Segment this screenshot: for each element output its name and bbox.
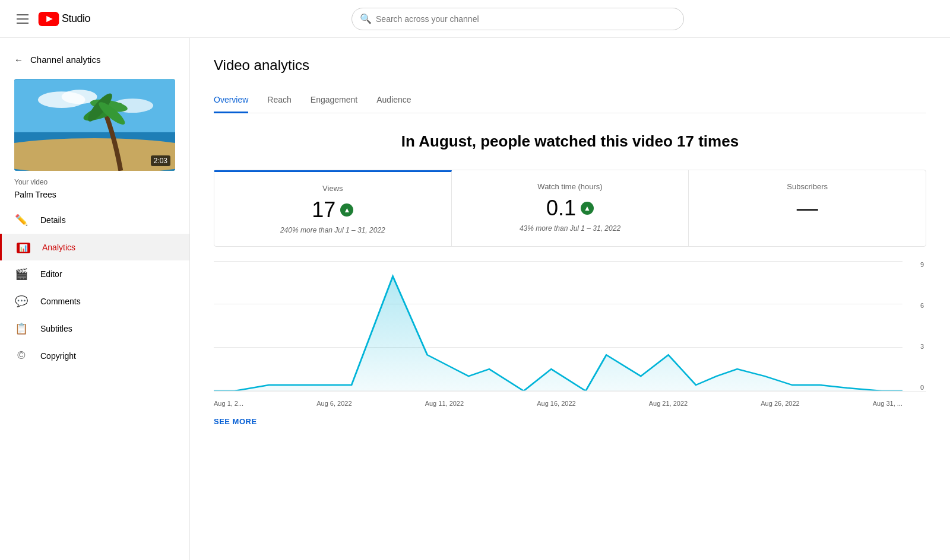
subscribers-value: — xyxy=(797,196,818,221)
video-duration: 2:03 xyxy=(151,155,170,166)
y-label-6: 6 xyxy=(920,302,924,309)
watch-time-up-icon: ▲ xyxy=(581,202,594,215)
x-label-4: Aug 16, 2022 xyxy=(537,400,575,407)
chart-svg xyxy=(214,261,902,391)
tab-overview[interactable]: Overview xyxy=(214,88,248,113)
details-icon: ✏️ xyxy=(14,214,28,227)
see-more-link[interactable]: SEE MORE xyxy=(214,417,257,426)
metric-subscribers[interactable]: Subscribers — xyxy=(689,170,926,246)
search-bar: 🔍 xyxy=(100,8,936,30)
thumb-image: 2:03 xyxy=(14,79,175,171)
body: ← Channel analytics xyxy=(0,38,950,560)
sidebar-back-button[interactable]: ← Channel analytics xyxy=(0,47,189,72)
metrics-row: Views 17 ▲ 240% more than Jul 1 – 31, 20… xyxy=(214,170,926,247)
comments-label: Comments xyxy=(40,297,81,306)
watch-time-sub: 43% more than Jul 1 – 31, 2022 xyxy=(466,224,674,233)
sidebar-item-comments[interactable]: 💬 Comments xyxy=(0,288,189,315)
y-label-0: 0 xyxy=(920,384,924,391)
editor-label: Editor xyxy=(40,269,62,279)
views-value: 17 xyxy=(312,198,335,222)
views-label: Views xyxy=(229,184,437,193)
copyright-icon: © xyxy=(14,349,28,362)
tabs: Overview Reach Engagement Audience xyxy=(214,88,926,113)
metric-views[interactable]: Views 17 ▲ 240% more than Jul 1 – 31, 20… xyxy=(214,170,452,246)
tab-reach[interactable]: Reach xyxy=(267,88,291,113)
headline: In August, people watched this video 17 … xyxy=(214,132,926,151)
gridline-0 xyxy=(214,391,902,392)
page-title: Video analytics xyxy=(214,57,926,74)
y-label-3: 3 xyxy=(920,343,924,350)
svg-marker-12 xyxy=(214,276,902,391)
x-label-3: Aug 11, 2022 xyxy=(425,400,464,407)
views-up-icon: ▲ xyxy=(340,203,353,217)
search-wrapper: 🔍 xyxy=(352,8,684,30)
video-title: Palm Trees xyxy=(0,189,189,206)
tab-engagement[interactable]: Engagement xyxy=(311,88,357,113)
see-more: SEE MORE xyxy=(214,416,926,426)
sidebar-item-details[interactable]: ✏️ Details xyxy=(0,206,189,234)
comments-icon: 💬 xyxy=(14,295,28,308)
y-labels: 9 6 3 0 xyxy=(902,261,926,391)
video-thumbnail[interactable]: 2:03 xyxy=(14,79,175,171)
views-value-row: 17 ▲ xyxy=(229,198,437,222)
sidebar-item-analytics[interactable]: 📊 Analytics xyxy=(0,234,189,260)
subscribers-value-row: — xyxy=(703,196,911,221)
back-arrow-icon: ← xyxy=(14,55,23,65)
y-label-9: 9 xyxy=(920,261,924,268)
analytics-label: Analytics xyxy=(42,243,75,252)
search-icon: 🔍 xyxy=(360,13,372,24)
x-label-2: Aug 6, 2022 xyxy=(316,400,352,407)
tab-audience[interactable]: Audience xyxy=(376,88,411,113)
svg-point-4 xyxy=(14,138,175,171)
copyright-label: Copyright xyxy=(40,351,76,361)
youtube-icon xyxy=(38,12,59,26)
watch-time-label: Watch time (hours) xyxy=(466,182,674,191)
x-labels: Aug 1, 2... Aug 6, 2022 Aug 11, 2022 Aug… xyxy=(214,396,926,407)
chart-area: 9 6 3 0 xyxy=(214,261,926,392)
studio-label: Studio xyxy=(62,12,90,25)
details-label: Details xyxy=(40,215,66,225)
video-label: Your video xyxy=(0,176,189,189)
search-input[interactable] xyxy=(352,8,684,30)
x-label-1: Aug 1, 2... xyxy=(214,400,243,407)
analytics-icon: 📊 xyxy=(16,241,30,253)
topbar: Studio 🔍 xyxy=(0,0,950,38)
editor-icon: 🎬 xyxy=(14,268,28,281)
watch-time-value-row: 0.1 ▲ xyxy=(466,196,674,221)
metric-watch-time[interactable]: Watch time (hours) 0.1 ▲ 43% more than J… xyxy=(452,170,689,246)
sidebar-item-copyright[interactable]: © Copyright xyxy=(0,342,189,369)
watch-time-value: 0.1 xyxy=(546,196,576,221)
yt-studio-logo[interactable]: Studio xyxy=(38,12,90,26)
x-label-6: Aug 26, 2022 xyxy=(761,400,799,407)
subscribers-label: Subscribers xyxy=(703,182,911,191)
sidebar: ← Channel analytics xyxy=(0,38,190,560)
subtitles-icon: 📋 xyxy=(14,322,28,335)
sidebar-item-subtitles[interactable]: 📋 Subtitles xyxy=(0,315,189,342)
x-label-5: Aug 21, 2022 xyxy=(649,400,688,407)
sidebar-item-editor[interactable]: 🎬 Editor xyxy=(0,260,189,288)
main-content: Video analytics Overview Reach Engagemen… xyxy=(190,38,950,560)
subtitles-label: Subtitles xyxy=(40,324,72,333)
back-label: Channel analytics xyxy=(30,55,100,65)
x-label-7: Aug 31, ... xyxy=(873,400,902,407)
chart-container: 9 6 3 0 xyxy=(214,261,926,407)
views-sub: 240% more than Jul 1 – 31, 2022 xyxy=(229,226,437,234)
topbar-left: Studio xyxy=(14,12,90,26)
hamburger-button[interactable] xyxy=(14,12,31,26)
